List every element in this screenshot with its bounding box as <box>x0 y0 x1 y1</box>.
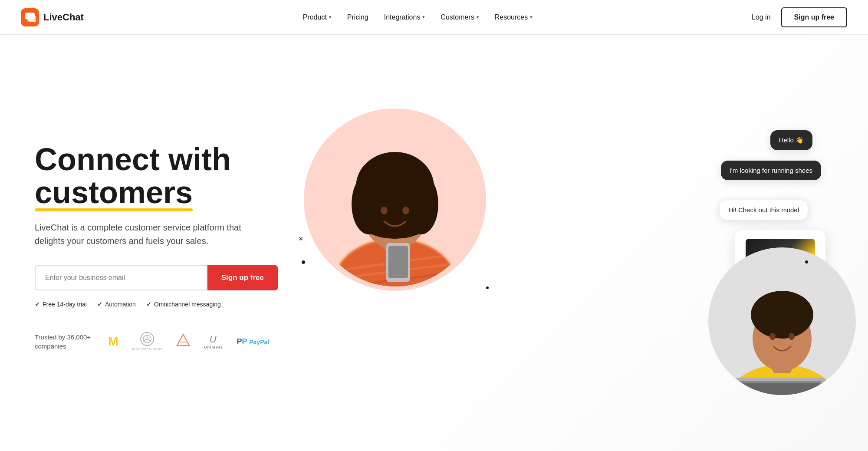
badge-trial: ✓ Free 14-day trial <box>35 301 87 308</box>
nav-resources[interactable]: Resources ▾ <box>495 13 533 21</box>
adobe-logo <box>176 333 190 350</box>
decorative-x: × <box>299 234 303 244</box>
hero-left: Connect with customers LiveChat is a com… <box>35 143 278 351</box>
nav-product[interactable]: Product ▾ <box>303 13 332 21</box>
decorative-dot-1 <box>302 260 305 264</box>
unilever-logo: U Unilever <box>204 334 223 349</box>
check-icon-1: ✓ <box>35 301 40 308</box>
logo-link[interactable]: LiveChat <box>21 8 84 26</box>
chevron-icon: ▾ <box>329 14 332 20</box>
nav-integrations[interactable]: Integrations ▾ <box>384 13 425 21</box>
navbar: LiveChat Product ▾ Pricing Integrations … <box>0 0 868 35</box>
badge-omnichannel: ✓ Omnichannel messaging <box>146 301 221 308</box>
chevron-icon-4: ▾ <box>530 14 533 20</box>
hero-section: Connect with customers LiveChat is a com… <box>0 35 868 451</box>
svg-rect-22 <box>388 246 408 278</box>
signup-hero-button[interactable]: Sign up free <box>207 265 278 290</box>
signup-nav-button[interactable]: Sign up free <box>781 7 847 27</box>
svg-point-30 <box>751 291 813 339</box>
svg-point-32 <box>789 333 795 340</box>
svg-point-19 <box>381 207 388 214</box>
chat-bubble-shoes: I'm looking for running shoes <box>721 161 821 180</box>
man-bg-circle <box>708 247 856 395</box>
check-icon-2: ✓ <box>97 301 102 308</box>
decorative-dot-4 <box>805 260 808 263</box>
trust-label: Trusted by 36,000+companies <box>35 332 91 351</box>
svg-line-3 <box>143 339 147 341</box>
login-button[interactable]: Log in <box>752 13 771 21</box>
svg-point-20 <box>402 207 409 214</box>
email-input[interactable] <box>35 265 207 290</box>
logo-icon <box>21 8 39 26</box>
svg-rect-35 <box>740 383 820 395</box>
trust-logos: M Mercedes-Benz <box>108 332 269 351</box>
badge-automation: ✓ Automation <box>97 301 136 308</box>
trust-section: Trusted by 36,000+companies M Mercedes-B <box>35 332 278 351</box>
check-icon-3: ✓ <box>146 301 151 308</box>
hero-description: LiveChat is a complete customer service … <box>35 221 243 248</box>
hero-title: Connect with customers <box>35 143 278 209</box>
nav-actions: Log in Sign up free <box>752 7 847 27</box>
decorative-dot-3 <box>789 308 791 310</box>
paypal-logo: PP PayPal <box>237 337 270 346</box>
woman-illustration <box>312 117 477 286</box>
nav-customers[interactable]: Customers ▾ <box>441 13 479 21</box>
nav-pricing[interactable]: Pricing <box>347 13 368 21</box>
hero-right: Hello 👋 I'm looking for running shoes Hi… <box>278 95 847 399</box>
chat-bubble-hello: Hello 👋 <box>770 130 812 150</box>
hero-badges: ✓ Free 14-day trial ✓ Automation ✓ Omnic… <box>35 301 278 308</box>
decorative-dot-2 <box>486 286 489 289</box>
chevron-icon-3: ▾ <box>477 14 479 20</box>
chat-bubble-model: Hi! Check out this model <box>719 200 808 220</box>
chevron-icon-2: ▾ <box>422 14 425 20</box>
svg-rect-0 <box>25 13 35 20</box>
nav-links: Product ▾ Pricing Integrations ▾ Custome… <box>303 13 533 21</box>
svg-line-4 <box>147 339 151 341</box>
svg-marker-5 <box>177 334 189 346</box>
logo-text: LiveChat <box>43 12 84 23</box>
hero-form: Sign up free <box>35 265 278 290</box>
svg-point-18 <box>360 204 430 239</box>
mercedes-logo: Mercedes-Benz <box>132 332 162 351</box>
hero-title-underlined: customers <box>35 176 193 209</box>
mcdonalds-logo: M <box>108 335 118 349</box>
svg-point-31 <box>769 333 776 340</box>
